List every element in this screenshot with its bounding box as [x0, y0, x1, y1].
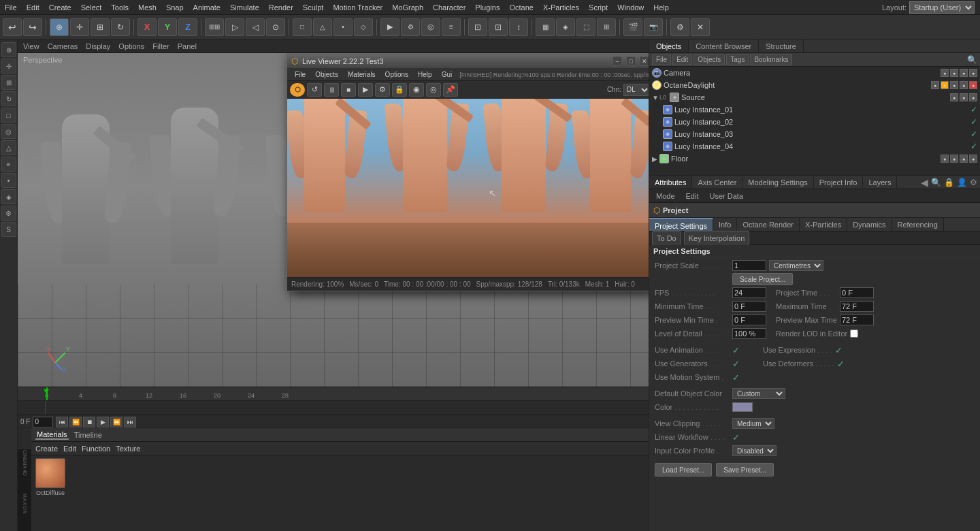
prop-input-fps[interactable]: [732, 287, 766, 298]
render-btn[interactable]: ▶: [380, 18, 399, 36]
prop-checkbox-render-lod[interactable]: [850, 329, 858, 338]
render-view-btn[interactable]: 🎬: [623, 18, 642, 36]
lv-pause-button[interactable]: ⏸: [324, 83, 339, 97]
prop-color-swatch[interactable]: [732, 402, 753, 412]
sidebar-scale-icon[interactable]: ⊞: [1, 75, 16, 90]
dl-ctrl-3[interactable]: ●: [950, 81, 958, 89]
tab-mode[interactable]: Mode: [652, 189, 679, 203]
dl-ctrl-5[interactable]: ●: [969, 81, 977, 89]
tab-edit[interactable]: Edit: [682, 189, 703, 203]
axis-y-toggle[interactable]: Y: [158, 18, 177, 36]
material-octdiffuse-thumb[interactable]: [35, 458, 65, 488]
tab-todo[interactable]: To Do: [652, 231, 681, 246]
lv-menu-options[interactable]: Options: [380, 69, 413, 81]
panel-menu[interactable]: Panel: [178, 42, 197, 50]
layer-btn[interactable]: ≡: [442, 18, 461, 36]
disp-btn1[interactable]: ▦: [536, 18, 555, 36]
menu-sculpt[interactable]: Sculpt: [298, 0, 329, 15]
save-preset-button[interactable]: Save Preset...: [716, 463, 774, 477]
cam-btn[interactable]: 📷: [644, 18, 663, 36]
tab-dynamics[interactable]: Dynamics: [847, 218, 892, 231]
tab-attributes[interactable]: Attributes: [649, 176, 692, 189]
point-mode[interactable]: •: [333, 18, 353, 36]
lv-settings-button[interactable]: ⚙: [375, 83, 390, 97]
render-settings[interactable]: ⚙: [401, 18, 420, 36]
obj-row-lucy02[interactable]: ◉ Lucy Instance_02 ✓: [649, 116, 980, 128]
prop-input-prev-min[interactable]: [732, 315, 766, 325]
prop-select-view-clip[interactable]: Medium Small Large: [732, 418, 774, 429]
play-prev-button[interactable]: ⏪: [69, 417, 82, 428]
cam-ctrl-4[interactable]: ●: [969, 69, 977, 77]
menu-mograph[interactable]: MoGraph: [387, 0, 428, 15]
filter-menu[interactable]: Filter: [152, 42, 169, 50]
lv-render-button[interactable]: ▶: [358, 83, 373, 97]
obj-edit-btn[interactable]: Edit: [672, 54, 692, 65]
obj-row-lucy01[interactable]: ◉ Lucy Instance_01 ✓: [649, 103, 980, 116]
tab-referencing[interactable]: Referencing: [892, 218, 944, 231]
tab-structure[interactable]: Structure: [759, 39, 804, 52]
tab-content-browser[interactable]: Content Browser: [689, 39, 759, 52]
tab-project-settings[interactable]: Project Settings: [649, 218, 713, 231]
menu-simulate[interactable]: Simulate: [225, 0, 264, 15]
lv-menu-gui[interactable]: Gui: [437, 69, 457, 81]
tab-key-interpolation[interactable]: Key Interpolation: [684, 231, 750, 246]
menu-script[interactable]: Script: [584, 0, 612, 15]
menu-file[interactable]: File: [0, 0, 22, 15]
prop-input-min-time[interactable]: [732, 301, 766, 312]
redo-button[interactable]: ↪: [23, 18, 42, 36]
disp-btn2[interactable]: ◈: [556, 18, 575, 36]
snap-btn1[interactable]: ⊡: [468, 18, 487, 36]
mat-edit-btn[interactable]: Edit: [63, 445, 76, 453]
prop-input-prev-max[interactable]: [840, 315, 874, 325]
axis-x-toggle[interactable]: X: [137, 18, 157, 36]
lv-btn9[interactable]: ◎: [426, 83, 441, 97]
cameras-menu[interactable]: Cameras: [48, 42, 78, 50]
sidebar-move-icon[interactable]: ✛: [1, 59, 16, 74]
floor-ctrl-1[interactable]: ●: [941, 155, 949, 163]
obj-row-lucy03[interactable]: ◉ Lucy Instance_03 ✓: [649, 128, 980, 140]
menu-window[interactable]: Window: [612, 0, 649, 15]
obj-row-camera[interactable]: 📷 Camera ● ● ● ●: [649, 67, 980, 79]
mat-create-btn[interactable]: Create: [35, 445, 58, 453]
lv-maximize-button[interactable]: □: [626, 57, 636, 66]
prop-input-proj-time[interactable]: [840, 287, 874, 298]
play-end-button[interactable]: ⏭: [124, 417, 136, 428]
sidebar-select-icon[interactable]: ⊕: [1, 42, 16, 57]
mat-texture-btn[interactable]: Texture: [116, 445, 140, 453]
tab-modeling-settings[interactable]: Modeling Settings: [742, 176, 813, 189]
sidebar-rotate-icon[interactable]: ↻: [1, 91, 16, 106]
rotate-tool[interactable]: ↻: [111, 18, 130, 36]
tab-axis-center[interactable]: Axis Center: [692, 176, 742, 189]
props-lock-icon[interactable]: 🔒: [944, 178, 954, 187]
load-preset-button[interactable]: Load Preset...: [655, 463, 712, 477]
cam-ctrl-1[interactable]: ●: [941, 69, 949, 77]
lv-btn10[interactable]: 📌: [443, 83, 458, 97]
obj-objects-btn[interactable]: Objects: [693, 54, 725, 65]
tab-project-info[interactable]: Project Info: [814, 176, 864, 189]
lv-reset-button[interactable]: ↺: [307, 83, 322, 97]
props-user-icon[interactable]: 👤: [957, 178, 967, 187]
lv-btn8[interactable]: ◉: [409, 83, 424, 97]
play-next-button[interactable]: ⏩: [110, 417, 122, 428]
material-btn[interactable]: ◎: [421, 18, 440, 36]
dl-ctrl-2[interactable]: ●: [941, 81, 949, 89]
src-ctrl-2[interactable]: ●: [960, 93, 968, 101]
prop-select-obj-color[interactable]: Custom Layer Color: [732, 388, 785, 399]
sidebar-icon5[interactable]: □: [1, 108, 16, 123]
prop-select-color-profile[interactable]: Disabled sRGB Linear: [732, 445, 777, 456]
lv-menu-help[interactable]: Help: [413, 69, 437, 81]
menu-mesh[interactable]: Mesh: [133, 0, 161, 15]
sidebar-icon9[interactable]: •: [1, 173, 16, 188]
props-nav-left[interactable]: ◀: [921, 177, 928, 188]
playhead[interactable]: [46, 387, 48, 400]
move-tool[interactable]: ✛: [70, 18, 89, 36]
anim-btn2[interactable]: ◁: [246, 18, 265, 36]
snap-btn3[interactable]: ↕: [509, 18, 528, 36]
tab-layers[interactable]: Layers: [863, 176, 897, 189]
view-menu[interactable]: View: [23, 42, 39, 50]
select-tool[interactable]: ⊕: [50, 18, 69, 36]
sidebar-icon8[interactable]: ≡: [1, 157, 16, 172]
menu-motion-tracker[interactable]: Motion Tracker: [328, 0, 387, 15]
lv-close-button[interactable]: ✕: [640, 57, 649, 66]
tab-xparticles-settings[interactable]: X-Particles: [800, 218, 847, 231]
